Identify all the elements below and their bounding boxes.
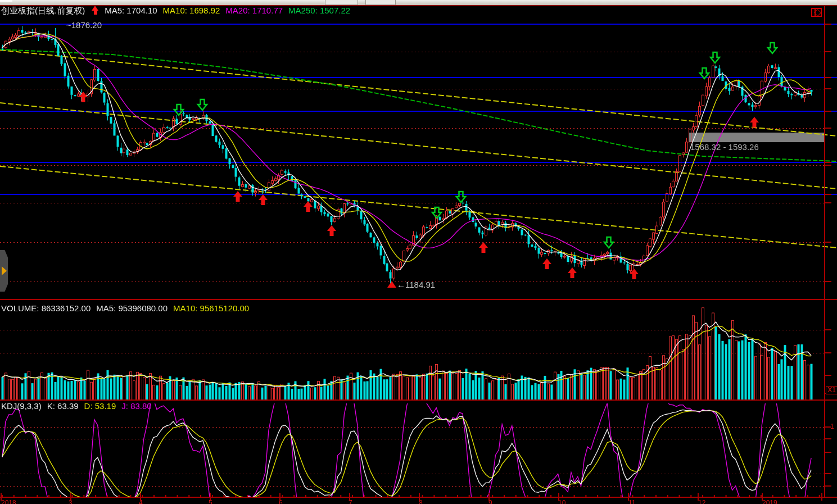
volume-pane-header: VOLUME: 86336152.00MA5: 95396080.00MA10:… bbox=[1, 303, 255, 313]
instrument-title: 创业板指(日线.前复权) bbox=[1, 6, 85, 15]
toolbar-highlight bbox=[0, 0, 12, 2]
chart-canvas[interactable] bbox=[0, 0, 837, 504]
stock-chart-app: { "main_header": { "title": "创业板指(日线.前复权… bbox=[0, 0, 837, 504]
ma20-value: MA20: 1710.77 bbox=[225, 6, 283, 15]
high-price-annotation: ~1876.20 bbox=[66, 20, 102, 30]
ma250-value: MA250: 1507.22 bbox=[288, 6, 350, 15]
toolbar-button[interactable] bbox=[365, 0, 396, 5]
kdj-pane-header: KDJ(9,3,3)K: 63.39D: 53.19J: 83.80 bbox=[1, 401, 157, 411]
right-axis-partial-label: 1 bbox=[830, 423, 834, 430]
volume-value: VOLUME: 86336152.00 bbox=[1, 303, 91, 313]
main-chart-header: 创业板指(日线.前复权)MA5: 1704.10MA10: 1698.92MA2… bbox=[1, 6, 356, 16]
x-axis-label: 6 bbox=[279, 499, 283, 504]
up-arrow-icon bbox=[92, 6, 99, 15]
x-axis-label: 7 bbox=[349, 499, 352, 504]
ma5-value: MA5: 1704.10 bbox=[105, 6, 157, 15]
x-axis-label: 11 bbox=[628, 499, 635, 504]
price-range-band-label: 1568.32 - 1593.26 bbox=[690, 142, 759, 152]
kdj-j-value: J: 83.80 bbox=[121, 401, 151, 411]
x-axis-label: 10 bbox=[558, 499, 565, 504]
kdj-k-value: K: 63.39 bbox=[47, 401, 79, 411]
x-axis-label: 4 bbox=[139, 499, 143, 504]
split-window-icon[interactable] bbox=[811, 8, 822, 17]
x-axis-label: 2019 bbox=[762, 499, 777, 504]
window-toolbar-strip bbox=[0, 0, 837, 6]
scale-badge: X1 bbox=[826, 386, 837, 394]
volume-ma5-value: MA5: 95396080.00 bbox=[96, 303, 168, 313]
kdj-indicator-label: KDJ(9,3,3) bbox=[1, 401, 42, 411]
x-axis-label: 5 bbox=[209, 499, 212, 504]
x-axis-label: 2018 bbox=[1, 499, 16, 504]
volume-ma10-value: MA10: 95615120.00 bbox=[173, 303, 249, 313]
x-axis-label: 9 bbox=[488, 499, 492, 504]
x-axis-label: 12 bbox=[698, 499, 705, 504]
sidebar-expand-handle[interactable] bbox=[0, 250, 8, 292]
x-axis-label: 8 bbox=[419, 499, 423, 504]
x-axis-labels: 201834567891011122019 bbox=[0, 499, 837, 504]
ma10-value: MA10: 1698.92 bbox=[163, 6, 220, 15]
kdj-d-value: D: 53.19 bbox=[84, 401, 116, 411]
low-price-annotation: ←1184.91 bbox=[397, 280, 435, 289]
x-axis-label: 3 bbox=[69, 499, 73, 504]
expand-arrow-icon bbox=[2, 266, 7, 275]
toolbar-button[interactable] bbox=[325, 0, 358, 5]
